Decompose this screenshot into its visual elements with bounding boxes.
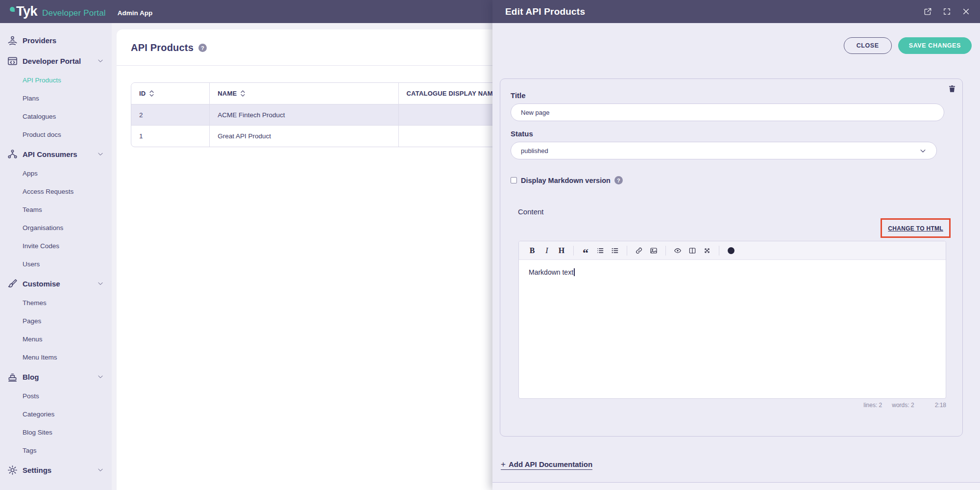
column-label: NAME [218, 90, 237, 97]
sidebar-item-providers[interactable]: Providers [0, 30, 112, 51]
edit-api-products-drawer: Edit API Products CLOSE SAVE CHANGES Tit… [492, 0, 980, 490]
cursor-position: 2:18 [935, 402, 946, 409]
chevron-down-icon [919, 147, 927, 155]
table-cell: ACME Fintech Product [210, 104, 398, 126]
sidebar-item-access-requests[interactable]: Access Requests [0, 182, 112, 201]
italic-icon[interactable]: I [540, 244, 553, 257]
tyk-logo[interactable]: Tyk Developer Portal [10, 5, 106, 18]
trash-icon[interactable] [948, 84, 956, 94]
sidebar-item-api-products[interactable]: API Products [0, 71, 112, 89]
image-icon[interactable] [647, 244, 660, 257]
tyk-leaf-icon [10, 7, 15, 12]
sidebar-group-label: Developer Portal [23, 57, 97, 65]
sidebar-group-label: Settings [23, 466, 97, 474]
providers-icon [7, 35, 18, 46]
fullscreen-arrows-icon[interactable] [701, 244, 713, 257]
add-api-documentation-label: Add API Documentation [509, 460, 592, 468]
bold-icon[interactable]: B [526, 244, 539, 257]
sidebar: ProvidersDeveloper PortalAPI ProductsPla… [0, 23, 112, 490]
sidebar-item-tags[interactable]: Tags [0, 441, 112, 460]
sidebar-item-menu-items[interactable]: Menu Items [0, 348, 112, 366]
display-markdown-checkbox[interactable] [511, 177, 517, 183]
open-in-new-icon[interactable] [924, 7, 932, 16]
window-controls [913, 7, 970, 16]
sidebar-item-blog-sites[interactable]: Blog Sites [0, 423, 112, 441]
lines-count: lines: 2 [863, 402, 882, 409]
editor-toolbar: BIH“? [519, 241, 946, 260]
developer-portal-icon [7, 55, 18, 67]
toolbar-separator [627, 246, 627, 256]
sidebar-item-catalogues[interactable]: Catalogues [0, 107, 112, 126]
column-label: CATALOGUE DISPLAY NAME [407, 90, 497, 97]
toolbar-separator [665, 246, 666, 256]
sidebar-item-teams[interactable]: Teams [0, 201, 112, 219]
side-by-side-icon[interactable] [686, 244, 699, 257]
sidebar-item-users[interactable]: Users [0, 255, 112, 273]
plus-icon: + [501, 460, 506, 468]
blog-icon [7, 371, 18, 383]
save-changes-button[interactable]: SAVE CHANGES [898, 37, 972, 54]
change-to-html-button[interactable]: CHANGE TO HTML [888, 225, 943, 232]
drawer-actions: CLOSE SAVE CHANGES [492, 23, 980, 54]
column-header-name[interactable]: NAME [210, 83, 398, 104]
sidebar-item-blog[interactable]: Blog [0, 366, 112, 387]
table-cell: Great API Product [210, 126, 398, 147]
title-input[interactable] [511, 103, 944, 121]
customise-icon [7, 278, 18, 289]
editor-statusbar: lines: 2 words: 2 2:18 [518, 402, 946, 409]
add-api-documentation-link[interactable]: + Add API Documentation [501, 460, 592, 470]
sidebar-item-settings[interactable]: Settings [0, 460, 112, 480]
sidebar-item-developer-portal[interactable]: Developer Portal [0, 51, 112, 71]
column-header-id[interactable]: ID [131, 83, 210, 104]
preview-icon[interactable] [671, 244, 684, 257]
product-name: Developer Portal [42, 8, 106, 18]
text-cursor [574, 268, 575, 276]
svg-text:?: ? [730, 248, 732, 253]
sidebar-item-customise[interactable]: Customise [0, 273, 112, 294]
display-markdown-label: Display Markdown version [521, 177, 611, 184]
annotation-highlight-box: CHANGE TO HTML [881, 218, 951, 238]
toolbar-separator [719, 246, 719, 256]
sidebar-group-label: Customise [23, 280, 97, 288]
ordered-list-icon[interactable] [609, 244, 621, 257]
sort-icon[interactable] [149, 90, 154, 97]
editor-textarea[interactable]: Markdown text [519, 260, 946, 398]
sidebar-item-invite-codes[interactable]: Invite Codes [0, 237, 112, 255]
words-count: words: 2 [892, 402, 914, 409]
status-select[interactable]: published [511, 142, 937, 159]
sidebar-item-categories[interactable]: Categories [0, 405, 112, 423]
guide-icon[interactable]: ? [725, 244, 737, 257]
help-icon[interactable]: ? [614, 176, 623, 184]
heading-icon[interactable]: H [555, 244, 568, 257]
sidebar-item-pages[interactable]: Pages [0, 312, 112, 330]
sidebar-item-api-consumers[interactable]: API Consumers [0, 144, 112, 164]
fullscreen-icon[interactable] [943, 7, 951, 16]
drawer-footer [492, 482, 980, 490]
unordered-list-icon[interactable] [594, 244, 607, 257]
chevron-down-icon [97, 151, 104, 157]
page-form-card: Title Status published Display Markdown … [500, 78, 963, 437]
close-icon[interactable] [962, 7, 970, 16]
quote-icon[interactable]: “ [579, 244, 592, 257]
top-navbar: Tyk Developer Portal Admin App [0, 0, 492, 23]
editor-text: Markdown text [529, 268, 573, 276]
sidebar-item-menus[interactable]: Menus [0, 330, 112, 348]
markdown-version-row: Display Markdown version ? [511, 176, 623, 184]
markdown-editor: BIH“? Markdown text [518, 241, 946, 399]
link-icon[interactable] [633, 244, 645, 257]
content-label: Content [518, 207, 544, 216]
sidebar-item-plans[interactable]: Plans [0, 89, 112, 107]
sidebar-item-posts[interactable]: Posts [0, 387, 112, 405]
close-button[interactable]: CLOSE [844, 37, 892, 54]
help-icon[interactable]: ? [198, 44, 207, 52]
sidebar-group-label: Blog [23, 373, 97, 381]
sidebar-item-apps[interactable]: Apps [0, 164, 112, 182]
toolbar-separator [573, 246, 574, 256]
sidebar-item-product-docs[interactable]: Product docs [0, 126, 112, 144]
table-cell: 1 [131, 126, 210, 147]
status-selected-value: published [521, 147, 548, 155]
sort-icon[interactable] [240, 90, 245, 97]
sidebar-item-organisations[interactable]: Organisations [0, 219, 112, 237]
status-label: Status [511, 129, 533, 138]
sidebar-item-themes[interactable]: Themes [0, 294, 112, 312]
